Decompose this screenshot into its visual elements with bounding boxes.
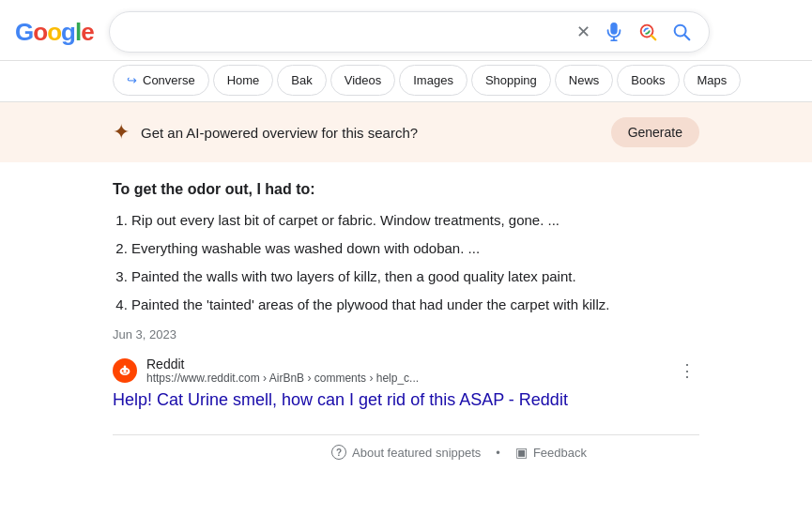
tab-home-label: Home — [227, 73, 260, 87]
tab-books-label: Books — [631, 73, 665, 87]
nav-tabs: ↪ Converse Home Bak Videos Images Shoppi… — [0, 61, 812, 102]
ai-banner: ✦ Get an AI-powered overview for this se… — [0, 102, 812, 162]
tab-shopping-label: Shopping — [485, 73, 537, 87]
header: Google how to get rid of cat urine smell… — [0, 0, 812, 61]
dot-separator: • — [496, 446, 500, 460]
tab-maps-label: Maps — [697, 73, 728, 87]
svg-line-5 — [684, 35, 689, 39]
source-name: Reddit — [146, 357, 666, 372]
tab-home[interactable]: Home — [213, 65, 274, 96]
result-source-row: Reddit https://www.reddit.com › AirBnB ›… — [113, 357, 699, 385]
list-item: Everything washable was washed down with… — [131, 237, 699, 260]
reddit-favicon — [113, 358, 137, 383]
ai-banner-text: Get an AI-powered overview for this sear… — [141, 125, 600, 141]
source-info: Reddit https://www.reddit.com › AirBnB ›… — [146, 357, 666, 385]
search-bar: how to get rid of cat urine smell reddit… — [109, 11, 710, 53]
generate-button[interactable]: Generate — [611, 117, 699, 147]
tab-bak[interactable]: Bak — [277, 65, 326, 96]
bottom-bar: ? About featured snippets • ▣ Feedback — [113, 434, 699, 469]
help-circle-icon: ? — [331, 445, 346, 460]
feedback-icon: ▣ — [515, 445, 528, 460]
svg-point-8 — [122, 370, 124, 372]
snippet-date: Jun 3, 2023 — [113, 327, 699, 341]
tab-images[interactable]: Images — [399, 65, 467, 96]
converse-arrow-icon: ↪ — [127, 73, 137, 87]
snippet-list: Rip out every last bit of carpet or fabr… — [113, 209, 699, 316]
tab-maps[interactable]: Maps — [683, 65, 742, 96]
lens-button[interactable] — [636, 20, 660, 44]
svg-point-9 — [126, 370, 128, 372]
feedback-item[interactable]: ▣ Feedback — [515, 445, 587, 460]
list-item: Painted the 'tainted' areas of the plywo… — [131, 294, 699, 316]
ai-sparkle-icon: ✦ — [113, 120, 130, 144]
list-item: Rip out every last bit of carpet or fabr… — [131, 209, 699, 232]
feedback-label: Feedback — [533, 446, 587, 460]
tab-news-label: News — [569, 73, 600, 87]
tab-videos[interactable]: Videos — [330, 65, 396, 96]
search-button[interactable] — [669, 20, 694, 44]
more-options-button[interactable]: ⋮ — [675, 357, 699, 385]
tab-books[interactable]: Books — [617, 65, 679, 96]
about-snippets[interactable]: ? About featured snippets — [331, 445, 481, 460]
search-input[interactable]: how to get rid of cat urine smell reddit — [125, 24, 567, 40]
google-logo[interactable]: Google — [15, 18, 94, 47]
search-icons: ✕ — [575, 20, 694, 44]
tab-converse[interactable]: ↪ Converse — [113, 65, 209, 96]
tab-videos-label: Videos — [345, 73, 382, 87]
tab-converse-label: Converse — [143, 73, 195, 87]
svg-line-3 — [651, 36, 655, 39]
featured-snippet: To get the odor out, I had to: Rip out e… — [113, 181, 699, 341]
source-url: https://www.reddit.com › AirBnB › commen… — [146, 372, 666, 385]
main-content: To get the odor out, I had to: Rip out e… — [0, 162, 812, 488]
microphone-button[interactable] — [602, 20, 626, 44]
list-item: Painted the walls with two layers of kil… — [131, 266, 699, 288]
tab-shopping[interactable]: Shopping — [471, 65, 551, 96]
snippet-heading: To get the odor out, I had to: — [113, 181, 699, 198]
clear-button[interactable]: ✕ — [575, 20, 592, 44]
tab-bak-label: Bak — [291, 73, 312, 87]
result-title-link[interactable]: Help! Cat Urine smell, how can I get rid… — [113, 388, 699, 412]
about-snippets-label: About featured snippets — [352, 446, 481, 460]
tab-news[interactable]: News — [555, 65, 614, 96]
tab-images-label: Images — [413, 73, 453, 87]
